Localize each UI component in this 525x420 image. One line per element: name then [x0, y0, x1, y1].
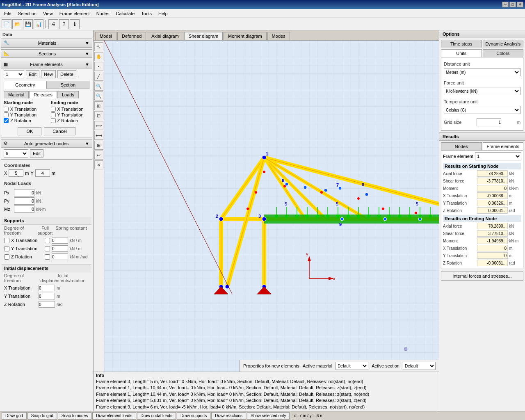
materials-header[interactable]: 🔧 Materials ▼	[1, 39, 92, 47]
show-selected-only-button[interactable]: Show selected only	[247, 412, 290, 420]
grid-tool[interactable]: ⊞	[94, 141, 103, 150]
mirror-v-tool[interactable]: ⟻	[94, 131, 103, 140]
snap-to-nodes-button[interactable]: Snap to nodes	[58, 412, 92, 420]
draw-grid-button[interactable]: Draw grid	[2, 412, 27, 420]
menu-tools[interactable]: Tools	[138, 10, 155, 17]
py-input[interactable]	[14, 197, 34, 205]
int-forces-button[interactable]: Internal forces and stresses...	[441, 272, 523, 281]
fe-new-button[interactable]: New	[41, 70, 56, 78]
delete-tool[interactable]: ✕	[94, 160, 103, 169]
end-y-checkbox[interactable]	[51, 112, 56, 117]
material-tab[interactable]: Material	[4, 91, 29, 98]
node-tool[interactable]: •	[94, 62, 103, 71]
minimize-button[interactable]: ─	[502, 2, 509, 7]
tab-model[interactable]: Model	[95, 32, 116, 40]
fe-selector-select[interactable]: 1	[475, 152, 521, 160]
end-x-checkbox[interactable]	[51, 107, 56, 112]
fe-select[interactable]: 1	[4, 70, 24, 78]
ok-button[interactable]: OK	[18, 127, 41, 135]
mirror-h-tool[interactable]: ⟺	[94, 121, 103, 130]
active-material-select[interactable]: Default	[336, 362, 368, 370]
fe-res-tab[interactable]: Frame elements	[483, 142, 524, 150]
releases-tab[interactable]: Releases	[29, 91, 57, 98]
zoom-in-tool[interactable]: 🔍	[94, 82, 103, 91]
dynamic-analysis-tab[interactable]: Dynamic Analysis	[483, 40, 524, 48]
tab-axial[interactable]: Axial diagram	[147, 32, 183, 40]
zoom-out-tool[interactable]: 🔍	[94, 91, 103, 100]
tab-shear[interactable]: Shear diagram	[184, 32, 223, 40]
fe-delete-button[interactable]: Delete	[57, 70, 76, 78]
canvas-viewport[interactable]: x y 1 2 3 6 7 8 9 5 5 5 5	[104, 41, 439, 372]
maximize-button[interactable]: □	[509, 2, 516, 7]
support-x-value[interactable]	[52, 237, 68, 244]
draw-reactions-button[interactable]: Draw reactions	[211, 412, 246, 420]
menu-file[interactable]: File	[1, 10, 15, 17]
frame-tool[interactable]: ╱	[94, 72, 103, 81]
support-x-checkbox[interactable]	[4, 238, 9, 243]
support-z-value[interactable]	[52, 253, 68, 260]
menu-view[interactable]: View	[40, 10, 56, 17]
temp-unit-select[interactable]: Celsius (C) Fahrenheit (F)	[444, 106, 520, 114]
fe-edit-button[interactable]: Edit	[26, 70, 39, 78]
titlebar-controls[interactable]: ─ □ ✕	[502, 2, 523, 7]
help-button[interactable]: ?	[59, 19, 69, 29]
distance-unit-select[interactable]: Meters (m) Centimeters (cm) Millimeters …	[444, 68, 520, 76]
start-x-checkbox[interactable]	[4, 107, 9, 112]
support-y-value[interactable]	[52, 245, 68, 252]
frame-elements-header[interactable]: ▦ Frame elements ▼	[1, 60, 92, 68]
loads-tab[interactable]: Loads	[57, 91, 79, 98]
save-button[interactable]: 💾	[23, 19, 33, 29]
units-tab[interactable]: Units	[441, 49, 482, 57]
support-z-checkbox[interactable]	[4, 254, 9, 260]
init-y-value[interactable]	[39, 293, 55, 299]
time-steps-tab[interactable]: Time steps	[441, 40, 482, 48]
export-button[interactable]: 📊	[34, 19, 43, 29]
colors-tab[interactable]: Colors	[483, 49, 524, 57]
menu-nodes[interactable]: Nodes	[93, 10, 113, 17]
open-button[interactable]: 📂	[12, 19, 22, 29]
active-section-select[interactable]: Default	[403, 362, 436, 370]
pan-tool[interactable]: ✋	[94, 52, 103, 61]
menu-frame-element[interactable]: Frame element	[56, 10, 93, 17]
sections-header[interactable]: 📐 Sections ▼	[1, 50, 92, 58]
menu-help[interactable]: Help	[155, 10, 171, 17]
support-x-full-checkbox[interactable]	[45, 238, 50, 243]
copy-tool[interactable]: ⊡	[94, 111, 103, 120]
init-z-value[interactable]	[39, 301, 55, 308]
about-button[interactable]: ℹ	[70, 19, 80, 29]
tab-modes[interactable]: Modes	[267, 32, 290, 40]
start-y-checkbox[interactable]	[4, 112, 9, 117]
agn-edit-button[interactable]: Edit	[30, 149, 43, 158]
snap-to-grid-button[interactable]: Snap to grid	[27, 412, 57, 420]
nodes-res-tab[interactable]: Nodes	[441, 142, 482, 150]
force-unit-select[interactable]: KiloNewtons (kN) Newtons (N)	[444, 87, 520, 95]
draw-supports-button[interactable]: Draw supports	[177, 412, 210, 420]
draw-nodal-loads-button[interactable]: Draw nodal loads	[137, 412, 176, 420]
tab-deformed[interactable]: Deformed	[117, 32, 146, 40]
end-z-checkbox[interactable]	[51, 118, 56, 123]
support-y-checkbox[interactable]	[4, 246, 9, 251]
x-coord-input[interactable]	[9, 169, 23, 177]
cancel-button[interactable]: Cancel	[44, 127, 75, 135]
support-z-full-checkbox[interactable]	[45, 254, 50, 260]
tab-moment[interactable]: Moment diagram	[224, 32, 267, 40]
support-y-full-checkbox[interactable]	[45, 246, 50, 251]
draw-element-loads-button[interactable]: Draw element loads	[92, 412, 136, 420]
new-button[interactable]: 📄	[2, 19, 11, 29]
mz-input[interactable]	[14, 205, 34, 213]
print-button[interactable]: 🖨	[48, 19, 58, 29]
agn-select[interactable]: 6	[4, 149, 28, 158]
y-coord-input[interactable]	[35, 169, 50, 177]
px-input[interactable]	[14, 189, 34, 196]
select-tool[interactable]: ↖	[94, 42, 103, 51]
close-button[interactable]: ✕	[517, 2, 523, 7]
section-tab[interactable]: Section	[47, 81, 90, 89]
start-z-checkbox[interactable]	[4, 118, 9, 123]
menu-selection[interactable]: Selection	[15, 10, 40, 17]
init-x-value[interactable]	[39, 285, 55, 291]
undo-tool[interactable]: ↩	[94, 151, 103, 160]
zoom-all-tool[interactable]: ⊞	[94, 101, 103, 110]
grid-size-input[interactable]	[477, 118, 501, 126]
geometry-tab[interactable]: Geometry	[4, 81, 47, 89]
menu-calculate[interactable]: Calculate	[112, 10, 138, 17]
